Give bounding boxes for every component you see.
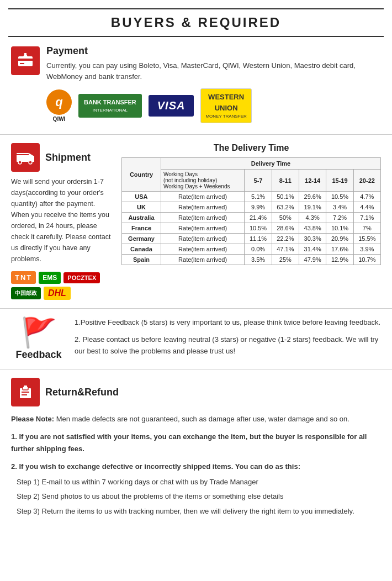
- svg-rect-12: [22, 392, 29, 393]
- delivery-title: The Delivery Time: [121, 143, 381, 153]
- delivery-table: Country Delivery Time Working Days(not i…: [121, 157, 381, 265]
- table-row: France Rate(item arrived) 10.5% 28.6% 43…: [122, 223, 381, 234]
- cell-label: Rate(item arrived): [161, 202, 244, 213]
- carrier-logos: TNT EMS POCZTEX 中国邮政 DHL: [11, 271, 113, 300]
- col-workdays: Working Days(not including holiday)Worki…: [161, 170, 244, 192]
- return-point1: 1. If you are not satisfied with your it…: [11, 431, 381, 455]
- svg-rect-8: [17, 154, 29, 155]
- return-note: Please Note: Men made defects are not gu…: [11, 413, 381, 425]
- cell-d2: 63.2%: [272, 202, 299, 213]
- cell-d1: 21.4%: [245, 213, 272, 223]
- cell-label: Rate(item arrived): [161, 213, 244, 223]
- svg-rect-11: [24, 385, 27, 388]
- return-content: Please Note: Men made defects are not gu…: [11, 413, 381, 517]
- return-title: Return&Refund: [45, 387, 119, 398]
- cell-d1: 11.1%: [245, 234, 272, 244]
- cell-d4: 17.6%: [326, 244, 353, 255]
- page-title: BUYERS & REQUIRED: [111, 15, 281, 30]
- cell-d5: 3.9%: [353, 244, 380, 255]
- cell-country: USA: [122, 192, 161, 202]
- cell-d1: 9.9%: [245, 202, 272, 213]
- svg-rect-0: [18, 56, 33, 66]
- cell-d5: 10.7%: [353, 255, 380, 265]
- cell-d4: 10.5%: [326, 192, 353, 202]
- chinapost-logo: 中国邮政: [11, 287, 41, 299]
- return-icon-svg: [17, 384, 34, 400]
- col-5-7: 5-7: [245, 170, 272, 192]
- feedback-flag-icon: 🚩: [21, 318, 57, 347]
- payment-logos: q QIWI BANK TRANSFER INTERNATIONAL VISA …: [46, 88, 381, 123]
- tnt-logo: TNT: [11, 271, 36, 284]
- cell-d4: 10.1%: [326, 223, 353, 234]
- table-row: UK Rate(item arrived) 9.9% 63.2% 19.1% 3…: [122, 202, 381, 213]
- col-8-11: 8-11: [272, 170, 299, 192]
- cell-d4: 7.2%: [326, 213, 353, 223]
- cell-d4: 12.9%: [326, 255, 353, 265]
- payment-icon: [11, 46, 40, 75]
- cell-country: UK: [122, 202, 161, 213]
- shipment-icon-svg: [16, 150, 35, 165]
- cell-d3: 30.3%: [299, 234, 326, 244]
- cell-d5: 7%: [353, 223, 380, 234]
- return-note-label: Please Note:: [11, 415, 54, 423]
- cell-d1: 3.5%: [245, 255, 272, 265]
- svg-point-7: [29, 161, 32, 164]
- cell-d3: 31.4%: [299, 244, 326, 255]
- cell-d5: 7.1%: [353, 213, 380, 223]
- col-20-22: 20-22: [353, 170, 380, 192]
- cell-label: Rate(item arrived): [161, 192, 244, 202]
- col-15-19: 15-19: [326, 170, 353, 192]
- pocztex-logo: POCZTEX: [63, 272, 100, 283]
- cell-country: Germany: [122, 234, 161, 244]
- return-step: Step 1) E-mail to us within 7 working da…: [11, 476, 381, 488]
- payment-title: Payment: [46, 45, 381, 57]
- col-delivery: Delivery Time: [161, 158, 380, 170]
- cell-country: France: [122, 223, 161, 234]
- feedback-point1: 1.Positive Feedback (5 stars) is very im…: [75, 317, 381, 329]
- qiwi-logo: q QIWI: [46, 89, 72, 122]
- cell-d2: 22.2%: [272, 234, 299, 244]
- table-row: Germany Rate(item arrived) 11.1% 22.2% 3…: [122, 234, 381, 244]
- svg-rect-13: [22, 394, 27, 395]
- col-country: Country: [122, 158, 161, 192]
- payment-section: Payment Currently, you can pay using Bol…: [0, 37, 392, 135]
- cell-label: Rate(item arrived): [161, 234, 244, 244]
- shipment-text: We will send your ordersin 1-7 days(acco…: [11, 176, 113, 265]
- cell-d1: 10.5%: [245, 223, 272, 234]
- svg-point-6: [18, 161, 22, 164]
- return-refund-section: Return&Refund Please Note: Men made defe…: [0, 369, 392, 528]
- cell-d5: 4.4%: [353, 202, 380, 213]
- cell-country: Spain: [122, 255, 161, 265]
- return-point2: 2. If you wish to exchange defective or …: [11, 461, 381, 473]
- cell-d2: 50.1%: [272, 192, 299, 202]
- cell-d2: 25%: [272, 255, 299, 265]
- cell-d3: 4.3%: [299, 213, 326, 223]
- table-row: Canada Rate(item arrived) 0.0% 47.1% 31.…: [122, 244, 381, 255]
- table-row: Spain Rate(item arrived) 3.5% 25% 47.9% …: [122, 255, 381, 265]
- cell-d1: 0.0%: [245, 244, 272, 255]
- feedback-title: Feedback: [15, 349, 61, 361]
- payment-icon-svg: [17, 52, 34, 70]
- page-header: BUYERS & REQUIRED: [8, 9, 384, 37]
- cell-d3: 19.1%: [299, 202, 326, 213]
- cell-d2: 50%: [272, 213, 299, 223]
- cell-label: Rate(item arrived): [161, 223, 244, 234]
- return-step: Step 3) Return the items to us with trac…: [11, 505, 381, 517]
- cell-d3: 47.9%: [299, 255, 326, 265]
- feedback-point2: 2. Please contact us before leaving neut…: [75, 334, 381, 357]
- svg-rect-2: [20, 63, 24, 64]
- cell-country: Australia: [122, 213, 161, 223]
- cell-country: Canada: [122, 244, 161, 255]
- cell-label: Rate(item arrived): [161, 244, 244, 255]
- svg-rect-3: [24, 53, 27, 56]
- return-note-text: Men made defects are not guaranteed, suc…: [54, 415, 349, 423]
- bank-transfer-logo: BANK TRANSFER INTERNATIONAL: [78, 94, 142, 118]
- cell-label: Rate(item arrived): [161, 255, 244, 265]
- visa-logo: VISA: [149, 95, 194, 117]
- cell-d3: 29.6%: [299, 192, 326, 202]
- return-step: Step 2) Send photos to us about the prob…: [11, 490, 381, 503]
- return-icon: [11, 378, 40, 406]
- table-row: Australia Rate(item arrived) 21.4% 50% 4…: [122, 213, 381, 223]
- cell-d2: 47.1%: [272, 244, 299, 255]
- table-row: USA Rate(item arrived) 5.1% 50.1% 29.6% …: [122, 192, 381, 202]
